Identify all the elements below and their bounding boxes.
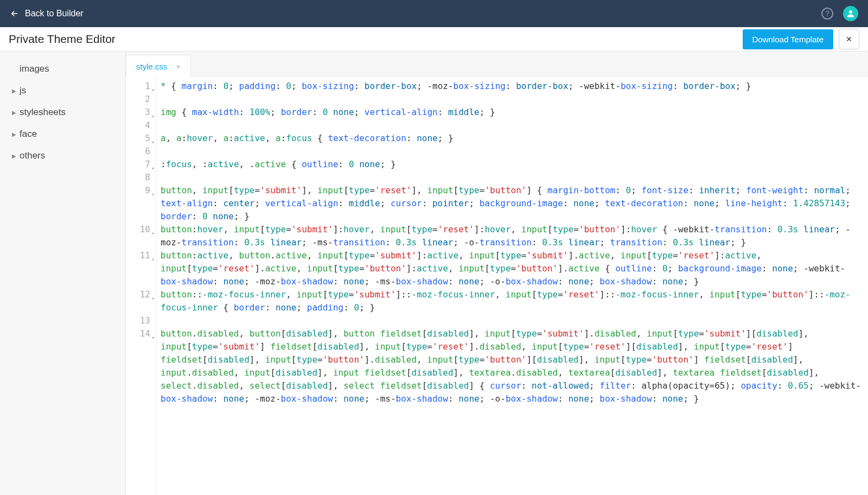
caret-right-icon: ▶ [12,153,16,159]
sidebar-item-stylesheets[interactable]: ▶ stylesheets [0,101,125,123]
sidebar-item-label: others [20,150,45,161]
back-to-builder-link[interactable]: Back to Builder [10,9,84,18]
code-line: button.disabled, button[disabled], butto… [161,327,864,405]
code-line [161,93,864,106]
close-icon [845,35,853,43]
page-title: Private Theme Editor [9,33,116,46]
sidebar-item-label: images [20,64,49,74]
caret-right-icon: ▶ [12,110,16,116]
code-line: * { margin: 0; padding: 0; box-sizing: b… [161,80,864,93]
sidebar-item-face[interactable]: ▶ face [0,123,125,145]
code-line: button, input[type='submit'], input[type… [161,184,864,223]
code-line [161,145,864,158]
caret-right-icon: ▶ [12,88,16,94]
back-label: Back to Builder [25,9,84,18]
sidebar-item-images[interactable]: images [0,58,125,80]
code-content[interactable]: * { margin: 0; padding: 0; box-sizing: b… [156,77,868,495]
tab-close-icon[interactable]: × [176,62,181,71]
code-line [161,314,864,327]
gutter: 1▾23▾45▾67▾89▾ 10▾ 11▾ 12▾ 1314▾ [126,77,156,495]
topbar: Back to Builder ? [0,0,868,27]
help-icon[interactable]: ? [821,8,833,20]
main: images ▶ js ▶ stylesheets ▶ face ▶ other… [0,52,868,495]
download-template-button[interactable]: Download Template [743,29,833,49]
code-line: :focus, :active, .active { outline: 0 no… [161,158,864,171]
close-button[interactable] [839,29,859,49]
tabbar: style.css × [126,52,868,77]
code-editor[interactable]: 1▾23▾45▾67▾89▾ 10▾ 11▾ 12▾ 1314▾ * { mar… [126,77,868,495]
sidebar-item-js[interactable]: ▶ js [0,80,125,101]
sidebar-item-label: face [20,129,37,139]
code-line [161,171,864,184]
editor-area: style.css × 1▾23▾45▾67▾89▾ 10▾ 11▾ 12▾ 1… [126,52,868,495]
svg-point-0 [849,10,852,14]
arrow-left-icon [10,9,20,18]
avatar[interactable] [843,6,858,21]
subheader: Private Theme Editor Download Template [0,27,868,52]
tab-style-css[interactable]: style.css × [126,55,191,77]
tab-label: style.css [136,62,168,71]
code-line: a, a:hover, a:active, a:focus { text-dec… [161,132,864,145]
sidebar-item-others[interactable]: ▶ others [0,145,125,167]
code-line: img { max-width: 100%; border: 0 none; v… [161,106,864,119]
sidebar-item-label: stylesheets [20,107,66,118]
sidebar-item-label: js [20,85,26,96]
code-line [161,119,864,132]
sidebar: images ▶ js ▶ stylesheets ▶ face ▶ other… [0,52,126,495]
code-line: button::-moz-focus-inner, input[type='su… [161,288,864,314]
code-line: button:active, button.active, input[type… [161,249,864,288]
code-line: button:hover, input[type='submit']:hover… [161,223,864,249]
caret-right-icon: ▶ [12,131,16,137]
